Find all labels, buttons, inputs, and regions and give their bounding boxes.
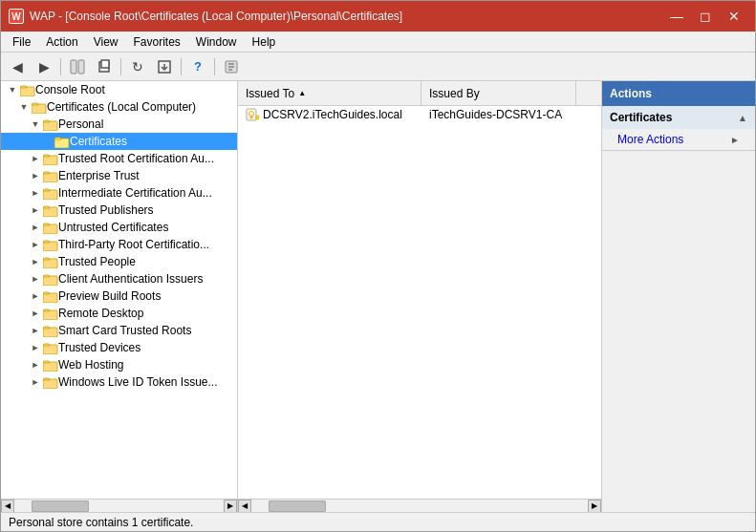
minimize-button[interactable]: — <box>663 6 690 27</box>
tree-node-local-computer[interactable]: ▼ Certificates (Local Computer) <box>1 98 237 116</box>
menu-window[interactable]: Window <box>188 33 245 51</box>
menu-view[interactable]: View <box>86 33 126 51</box>
tree-scroll-left[interactable]: ◀ <box>1 500 14 513</box>
folder-icon-windows-live-id <box>43 375 58 389</box>
list-scrollbar[interactable]: ◀ ▶ <box>238 499 601 512</box>
status-bar: Personal store contains 1 certificate. <box>1 512 755 531</box>
close-button[interactable]: ✕ <box>721 6 747 27</box>
tree-node-smart-card[interactable]: ► Smart Card Trusted Roots <box>1 322 237 339</box>
tree-label-smart-card: Smart Card Trusted Roots <box>58 324 191 337</box>
list-row[interactable]: DCSRV2.iTechGuides.local iTechGuides-DCS… <box>238 106 601 123</box>
tree-node-third-party[interactable]: ► Third-Party Root Certificatio... <box>1 236 237 253</box>
svg-rect-13 <box>54 138 69 148</box>
menu-action[interactable]: Action <box>38 33 85 51</box>
expand-icon-third-party: ► <box>28 236 43 253</box>
list-scroll-left[interactable]: ◀ <box>238 500 251 513</box>
tree-node-client-auth[interactable]: ► Client Authentication Issuers <box>1 270 237 287</box>
col-issued-by-label: Issued By <box>429 87 480 100</box>
svg-rect-26 <box>43 362 57 372</box>
tree-node-personal[interactable]: ▼ Personal <box>1 116 237 133</box>
menu-bar: File Action View Favorites Window Help <box>1 32 755 53</box>
tree-node-enterprise-trust[interactable]: ► Enterprise Trust <box>1 167 237 184</box>
cell-issued-by: iTechGuides-DCSRV1-CA <box>421 108 576 121</box>
restore-button[interactable]: ◻ <box>692 6 719 27</box>
folder-icon-local-computer <box>32 100 47 114</box>
export-button[interactable] <box>152 55 177 78</box>
tree-node-remote-desktop[interactable]: ► Remote Desktop <box>1 305 237 322</box>
col-header-issued-by[interactable]: Issued By <box>421 81 576 105</box>
tree-node-untrusted[interactable]: ► Untrusted Certificates <box>1 219 237 236</box>
console-tree-button[interactable] <box>65 55 90 78</box>
tree-label-untrusted: Untrusted Certificates <box>58 221 168 234</box>
more-actions-arrow: ► <box>730 135 740 145</box>
folder-icon-trusted-people <box>43 255 58 268</box>
folder-icon-intermediate <box>43 186 58 200</box>
actions-section-label-certificates: Certificates <box>610 111 672 124</box>
folder-icon-trusted-publishers <box>43 203 58 217</box>
more-actions-link[interactable]: More Actions ► <box>602 129 755 150</box>
cell-issued-to: DCSRV2.iTechGuides.local <box>238 108 421 121</box>
list-scroll-thumb[interactable] <box>269 500 326 512</box>
actions-title: Actions <box>602 81 755 106</box>
expand-icon-local-computer: ▼ <box>16 98 32 116</box>
main-content: ▼ Console Root ▼ Certificates (Local Com… <box>1 81 755 512</box>
tree-node-trusted-devices[interactable]: ► Trusted Devices <box>1 339 237 356</box>
refresh-button[interactable]: ↻ <box>125 55 150 78</box>
tree-label-trusted-root: Trusted Root Certification Au... <box>58 152 214 165</box>
tree-node-preview-build[interactable]: ► Preview Build Roots <box>1 287 237 305</box>
certificate-icon <box>246 108 259 121</box>
actions-section-header-certificates[interactable]: Certificates ▲ <box>602 106 755 129</box>
tree-node-trusted-publishers[interactable]: ► Trusted Publishers <box>1 202 237 219</box>
forward-button[interactable]: ▶ <box>32 55 56 78</box>
tree-node-intermediate[interactable]: ► Intermediate Certification Au... <box>1 184 237 202</box>
expand-icon-preview-build: ► <box>28 287 43 305</box>
svg-rect-11 <box>32 104 46 114</box>
tree-node-trusted-people[interactable]: ► Trusted People <box>1 253 237 270</box>
folder-icon-console-root <box>20 83 35 96</box>
svg-rect-12 <box>43 121 57 131</box>
new-window-button[interactable] <box>92 55 117 78</box>
menu-file[interactable]: File <box>5 33 38 51</box>
tree-label-client-auth: Client Authentication Issuers <box>58 272 203 286</box>
properties-button[interactable] <box>219 55 244 78</box>
tree-scroll-thumb[interactable] <box>32 500 89 512</box>
svg-rect-27 <box>43 379 57 389</box>
svg-rect-0 <box>71 60 76 74</box>
svg-rect-23 <box>43 310 57 320</box>
tree-pane: ▼ Console Root ▼ Certificates (Local Com… <box>1 81 238 512</box>
toolbar-separator-2 <box>120 58 121 75</box>
expand-icon-console-root: ▼ <box>5 81 20 98</box>
toolbar: ◀ ▶ ↻ ? <box>1 53 755 81</box>
svg-rect-14 <box>43 156 57 165</box>
folder-icon-third-party <box>43 238 58 251</box>
tree-label-windows-live-id: Windows Live ID Token Issue... <box>58 375 218 389</box>
actions-pane: Actions Certificates ▲ More Actions ► <box>602 81 755 512</box>
expand-icon-trusted-publishers: ► <box>28 202 43 219</box>
tree-node-web-hosting[interactable]: ► Web Hosting <box>1 356 237 373</box>
tree-label-intermediate: Intermediate Certification Au... <box>58 186 212 200</box>
folder-icon-web-hosting <box>43 358 58 372</box>
issued-to-value: DCSRV2.iTechGuides.local <box>263 108 402 121</box>
menu-help[interactable]: Help <box>245 33 284 51</box>
back-button[interactable]: ◀ <box>5 55 30 78</box>
expand-icon-client-auth: ► <box>28 270 43 287</box>
tree-label-preview-build: Preview Build Roots <box>58 289 161 303</box>
tree-label-local-computer: Certificates (Local Computer) <box>47 100 196 114</box>
tree-scroll-right[interactable]: ▶ <box>224 500 237 513</box>
actions-section-certificates: Certificates ▲ More Actions ► <box>602 106 755 151</box>
window-title: WAP - [Console Root\Certificates (Local … <box>30 10 663 23</box>
list-scroll-right[interactable]: ▶ <box>588 500 601 513</box>
tree-node-certificates[interactable]: Certificates <box>1 133 237 150</box>
menu-favorites[interactable]: Favorites <box>126 33 188 51</box>
folder-icon-client-auth <box>43 272 58 286</box>
tree-node-console-root[interactable]: ▼ Console Root <box>1 81 237 98</box>
expand-icon-untrusted: ► <box>28 219 43 236</box>
list-header: Issued To ▲ Issued By <box>238 81 601 106</box>
tree-node-windows-live-id[interactable]: ► Windows Live ID Token Issue... <box>1 373 237 391</box>
tree-scrollbar[interactable]: ◀ ▶ <box>1 499 237 512</box>
expand-icon-web-hosting: ► <box>28 356 43 373</box>
help-button[interactable]: ? <box>185 55 210 78</box>
col-header-issued-to[interactable]: Issued To ▲ <box>238 81 421 105</box>
tree-node-trusted-root[interactable]: ► Trusted Root Certification Au... <box>1 150 237 167</box>
svg-rect-25 <box>43 345 57 354</box>
